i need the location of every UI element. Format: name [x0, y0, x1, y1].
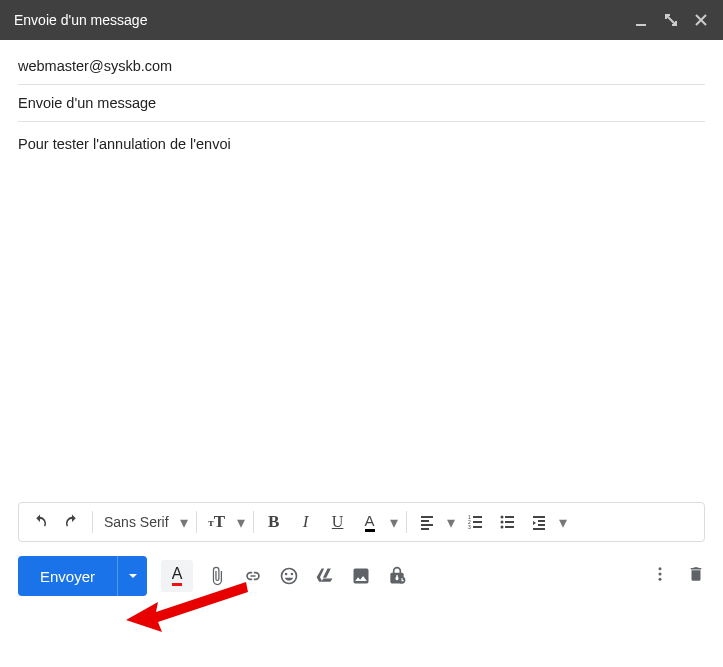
svg-point-7 [500, 516, 503, 519]
italic-icon[interactable]: I [291, 507, 321, 537]
compose-title: Envoie d'un message [14, 12, 147, 28]
svg-point-19 [659, 573, 662, 576]
svg-point-11 [500, 526, 503, 529]
to-field[interactable]: webmaster@syskb.com [18, 48, 705, 85]
svg-point-9 [500, 521, 503, 524]
svg-rect-16 [533, 528, 545, 530]
svg-rect-10 [505, 521, 514, 523]
svg-point-18 [659, 567, 662, 570]
svg-text:3: 3 [468, 524, 471, 530]
text-style-button[interactable]: A [161, 560, 193, 592]
numbered-list-icon[interactable]: 123 [460, 507, 490, 537]
image-icon[interactable] [351, 566, 371, 586]
subject-field[interactable]: Envoie d'un message [18, 85, 705, 122]
send-button-group: Envoyer [18, 556, 147, 596]
more-format-dropdown-icon[interactable]: ▾ [556, 513, 570, 532]
text-color-dropdown-icon[interactable]: ▾ [387, 513, 401, 532]
toolbar-separator [253, 511, 254, 533]
bold-icon[interactable]: B [259, 507, 289, 537]
svg-rect-13 [533, 516, 545, 518]
close-icon[interactable] [693, 12, 709, 28]
drive-icon[interactable] [315, 566, 335, 586]
indent-icon[interactable] [524, 507, 554, 537]
fullscreen-icon[interactable] [663, 12, 679, 28]
svg-rect-12 [505, 526, 514, 528]
align-dropdown-icon[interactable]: ▾ [444, 513, 458, 532]
bullet-list-icon[interactable] [492, 507, 522, 537]
undo-icon[interactable] [25, 507, 55, 537]
send-options-dropdown[interactable] [117, 556, 147, 596]
compose-fields: webmaster@syskb.com Envoie d'un message [0, 40, 723, 122]
bottom-bar: Envoyer A [0, 542, 723, 596]
font-family-dropdown-icon[interactable]: ▾ [177, 513, 191, 532]
toolbar-separator [196, 511, 197, 533]
font-size-dropdown-icon[interactable]: ▾ [234, 513, 248, 532]
emoji-icon[interactable] [279, 566, 299, 586]
toolbar-separator [406, 511, 407, 533]
message-body[interactable]: Pour tester l'annulation de l'envoi [0, 122, 723, 502]
underline-icon[interactable]: U [323, 507, 353, 537]
more-options-icon[interactable] [651, 565, 669, 587]
send-button[interactable]: Envoyer [18, 556, 117, 596]
format-toolbar: Sans Serif ▾ тT ▾ B I U A ▾ ▾ 123 ▾ [18, 502, 705, 542]
svg-rect-3 [473, 526, 482, 528]
text-color-icon[interactable]: A [355, 507, 385, 537]
svg-rect-1 [473, 516, 482, 518]
svg-rect-2 [473, 521, 482, 523]
insert-actions [207, 566, 407, 586]
svg-point-20 [659, 578, 662, 581]
svg-rect-15 [538, 524, 545, 526]
attach-icon[interactable] [207, 566, 227, 586]
svg-rect-14 [538, 520, 545, 522]
svg-rect-0 [636, 24, 646, 26]
font-family-select[interactable]: Sans Serif [98, 514, 175, 530]
toolbar-separator [92, 511, 93, 533]
link-icon[interactable] [243, 566, 263, 586]
redo-icon[interactable] [57, 507, 87, 537]
discard-icon[interactable] [687, 565, 705, 587]
confidential-icon[interactable] [387, 566, 407, 586]
svg-rect-8 [505, 516, 514, 518]
compose-header: Envoie d'un message [0, 0, 723, 40]
minimize-icon[interactable] [633, 12, 649, 28]
right-actions [651, 565, 705, 587]
font-size-icon[interactable]: тT [202, 507, 232, 537]
header-controls [633, 12, 709, 28]
align-icon[interactable] [412, 507, 442, 537]
